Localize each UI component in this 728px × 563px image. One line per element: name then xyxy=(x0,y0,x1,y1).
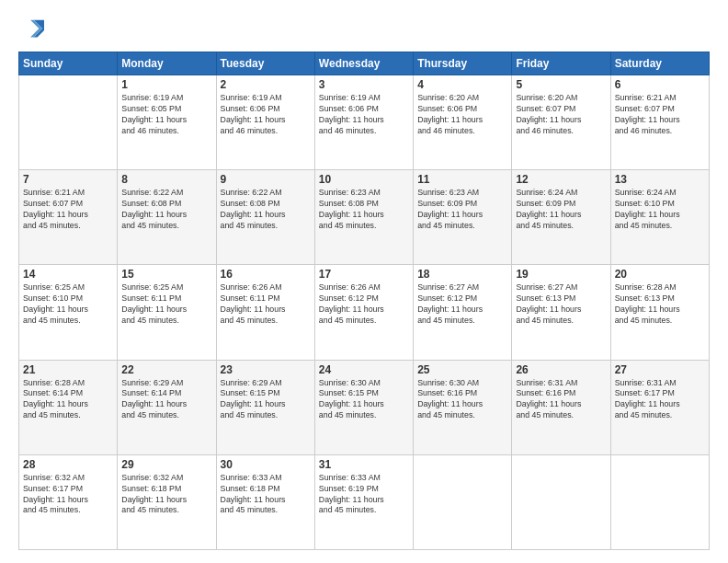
cell-info: Sunrise: 6:24 AMSunset: 6:10 PMDaylight:… xyxy=(615,188,705,232)
day-number: 29 xyxy=(121,458,211,471)
calendar-cell: 25Sunrise: 6:30 AMSunset: 6:16 PMDayligh… xyxy=(414,360,512,454)
day-number: 25 xyxy=(417,363,507,376)
day-number: 13 xyxy=(615,173,705,186)
cell-info: Sunrise: 6:33 AMSunset: 6:18 PMDaylight:… xyxy=(221,473,311,517)
cell-info: Sunrise: 6:28 AMSunset: 6:14 PMDaylight:… xyxy=(23,378,113,422)
week-row-1: 1Sunrise: 6:19 AMSunset: 6:05 PMDaylight… xyxy=(19,75,710,170)
cell-info: Sunrise: 6:31 AMSunset: 6:17 PMDaylight:… xyxy=(615,378,705,422)
calendar-cell: 7Sunrise: 6:21 AMSunset: 6:07 PMDaylight… xyxy=(19,170,118,265)
day-number: 2 xyxy=(221,78,311,91)
cell-info: Sunrise: 6:26 AMSunset: 6:11 PMDaylight:… xyxy=(221,282,311,327)
calendar-cell: 13Sunrise: 6:24 AMSunset: 6:10 PMDayligh… xyxy=(610,170,709,265)
week-row-3: 14Sunrise: 6:25 AMSunset: 6:10 PMDayligh… xyxy=(19,265,710,360)
calendar-cell: 15Sunrise: 6:25 AMSunset: 6:11 PMDayligh… xyxy=(118,265,216,360)
calendar-cell: 10Sunrise: 6:23 AMSunset: 6:08 PMDayligh… xyxy=(314,170,413,265)
cell-info: Sunrise: 6:28 AMSunset: 6:13 PMDaylight:… xyxy=(615,282,705,327)
day-number: 16 xyxy=(221,268,311,281)
cell-info: Sunrise: 6:29 AMSunset: 6:14 PMDaylight:… xyxy=(121,378,211,422)
calendar-cell: 3Sunrise: 6:19 AMSunset: 6:06 PMDaylight… xyxy=(314,75,413,170)
week-row-5: 28Sunrise: 6:32 AMSunset: 6:17 PMDayligh… xyxy=(19,454,710,549)
day-number: 31 xyxy=(319,458,409,471)
weekday-header-wednesday: Wednesday xyxy=(314,52,413,75)
calendar-cell: 9Sunrise: 6:22 AMSunset: 6:08 PMDaylight… xyxy=(216,170,314,265)
cell-info: Sunrise: 6:29 AMSunset: 6:15 PMDaylight:… xyxy=(221,378,311,422)
cell-info: Sunrise: 6:20 AMSunset: 6:07 PMDaylight:… xyxy=(516,93,606,137)
calendar-cell: 8Sunrise: 6:22 AMSunset: 6:08 PMDaylight… xyxy=(118,170,216,265)
calendar-cell: 18Sunrise: 6:27 AMSunset: 6:12 PMDayligh… xyxy=(414,265,512,360)
day-number: 10 xyxy=(319,173,409,186)
cell-info: Sunrise: 6:23 AMSunset: 6:09 PMDaylight:… xyxy=(417,188,507,232)
cell-info: Sunrise: 6:27 AMSunset: 6:13 PMDaylight:… xyxy=(516,282,606,327)
weekday-header-row: SundayMondayTuesdayWednesdayThursdayFrid… xyxy=(19,52,710,75)
cell-info: Sunrise: 6:19 AMSunset: 6:06 PMDaylight:… xyxy=(221,93,311,137)
calendar-cell: 5Sunrise: 6:20 AMSunset: 6:07 PMDaylight… xyxy=(512,75,610,170)
day-number: 1 xyxy=(121,78,211,91)
cell-info: Sunrise: 6:33 AMSunset: 6:19 PMDaylight:… xyxy=(319,473,409,517)
day-number: 9 xyxy=(221,173,311,186)
calendar-table: SundayMondayTuesdayWednesdayThursdayFrid… xyxy=(18,52,710,550)
day-number: 11 xyxy=(417,173,507,186)
calendar-cell xyxy=(19,75,118,170)
weekday-header-thursday: Thursday xyxy=(414,52,512,75)
calendar-cell xyxy=(414,454,512,549)
calendar-cell: 16Sunrise: 6:26 AMSunset: 6:11 PMDayligh… xyxy=(216,265,314,360)
weekday-header-sunday: Sunday xyxy=(19,52,118,75)
day-number: 5 xyxy=(516,78,606,91)
day-number: 28 xyxy=(23,458,113,471)
cell-info: Sunrise: 6:22 AMSunset: 6:08 PMDaylight:… xyxy=(121,188,211,232)
cell-info: Sunrise: 6:20 AMSunset: 6:06 PMDaylight:… xyxy=(417,93,507,137)
calendar-cell: 4Sunrise: 6:20 AMSunset: 6:06 PMDaylight… xyxy=(414,75,512,170)
calendar-cell: 21Sunrise: 6:28 AMSunset: 6:14 PMDayligh… xyxy=(19,360,118,454)
day-number: 6 xyxy=(615,78,705,91)
cell-info: Sunrise: 6:26 AMSunset: 6:12 PMDaylight:… xyxy=(319,282,409,327)
cell-info: Sunrise: 6:21 AMSunset: 6:07 PMDaylight:… xyxy=(23,188,113,232)
weekday-header-friday: Friday xyxy=(512,52,610,75)
cell-info: Sunrise: 6:19 AMSunset: 6:05 PMDaylight:… xyxy=(121,93,211,137)
calendar-cell: 31Sunrise: 6:33 AMSunset: 6:19 PMDayligh… xyxy=(314,454,413,549)
cell-info: Sunrise: 6:19 AMSunset: 6:06 PMDaylight:… xyxy=(319,93,409,137)
day-number: 18 xyxy=(417,268,507,281)
calendar-cell: 1Sunrise: 6:19 AMSunset: 6:05 PMDaylight… xyxy=(118,75,216,170)
weekday-header-tuesday: Tuesday xyxy=(216,52,314,75)
calendar-cell: 2Sunrise: 6:19 AMSunset: 6:06 PMDaylight… xyxy=(216,75,314,170)
calendar-cell: 30Sunrise: 6:33 AMSunset: 6:18 PMDayligh… xyxy=(216,454,314,549)
cell-info: Sunrise: 6:32 AMSunset: 6:18 PMDaylight:… xyxy=(121,473,211,517)
page: SundayMondayTuesdayWednesdayThursdayFrid… xyxy=(0,0,728,563)
day-number: 21 xyxy=(23,363,113,376)
day-number: 12 xyxy=(516,173,606,186)
calendar-cell: 14Sunrise: 6:25 AMSunset: 6:10 PMDayligh… xyxy=(19,265,118,360)
calendar-cell: 17Sunrise: 6:26 AMSunset: 6:12 PMDayligh… xyxy=(314,265,413,360)
calendar-cell xyxy=(512,454,610,549)
cell-info: Sunrise: 6:30 AMSunset: 6:16 PMDaylight:… xyxy=(417,378,507,422)
cell-info: Sunrise: 6:22 AMSunset: 6:08 PMDaylight:… xyxy=(221,188,311,232)
logo xyxy=(18,17,48,42)
day-number: 23 xyxy=(221,363,311,376)
weekday-header-monday: Monday xyxy=(118,52,216,75)
weekday-header-saturday: Saturday xyxy=(610,52,709,75)
cell-info: Sunrise: 6:21 AMSunset: 6:07 PMDaylight:… xyxy=(615,93,705,137)
day-number: 27 xyxy=(615,363,705,376)
calendar-cell: 23Sunrise: 6:29 AMSunset: 6:15 PMDayligh… xyxy=(216,360,314,454)
cell-info: Sunrise: 6:24 AMSunset: 6:09 PMDaylight:… xyxy=(516,188,606,232)
calendar-cell: 19Sunrise: 6:27 AMSunset: 6:13 PMDayligh… xyxy=(512,265,610,360)
calendar-cell: 24Sunrise: 6:30 AMSunset: 6:15 PMDayligh… xyxy=(314,360,413,454)
cell-info: Sunrise: 6:25 AMSunset: 6:10 PMDaylight:… xyxy=(23,282,113,327)
cell-info: Sunrise: 6:23 AMSunset: 6:08 PMDaylight:… xyxy=(319,188,409,232)
calendar-cell xyxy=(610,454,709,549)
calendar-cell: 26Sunrise: 6:31 AMSunset: 6:16 PMDayligh… xyxy=(512,360,610,454)
day-number: 19 xyxy=(516,268,606,281)
calendar-cell: 12Sunrise: 6:24 AMSunset: 6:09 PMDayligh… xyxy=(512,170,610,265)
day-number: 17 xyxy=(319,268,409,281)
calendar-cell: 11Sunrise: 6:23 AMSunset: 6:09 PMDayligh… xyxy=(414,170,512,265)
day-number: 3 xyxy=(319,78,409,91)
logo-icon xyxy=(18,17,44,42)
calendar-cell: 22Sunrise: 6:29 AMSunset: 6:14 PMDayligh… xyxy=(118,360,216,454)
day-number: 15 xyxy=(121,268,211,281)
week-row-4: 21Sunrise: 6:28 AMSunset: 6:14 PMDayligh… xyxy=(19,360,710,454)
cell-info: Sunrise: 6:27 AMSunset: 6:12 PMDaylight:… xyxy=(417,282,507,327)
day-number: 30 xyxy=(221,458,311,471)
day-number: 26 xyxy=(516,363,606,376)
day-number: 14 xyxy=(23,268,113,281)
day-number: 22 xyxy=(121,363,211,376)
cell-info: Sunrise: 6:25 AMSunset: 6:11 PMDaylight:… xyxy=(121,282,211,327)
